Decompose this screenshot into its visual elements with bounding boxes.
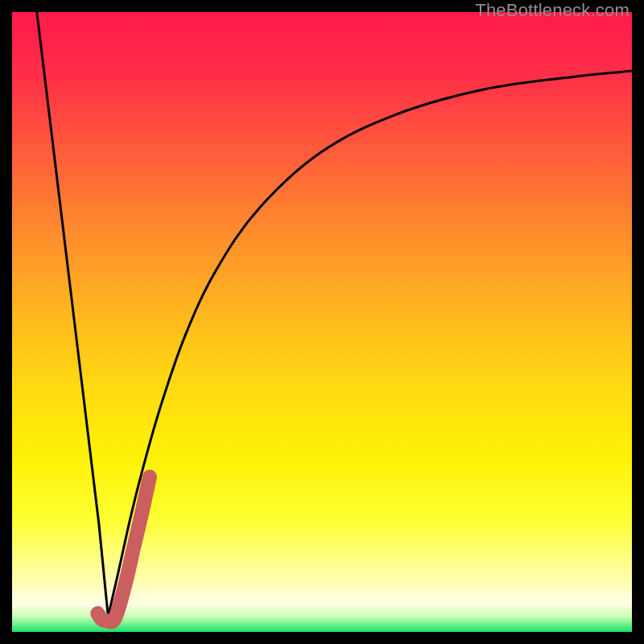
chart-frame	[12, 12, 632, 632]
bottleneck-chart	[12, 12, 632, 632]
watermark-text: TheBottleneck.com	[475, 0, 630, 21]
gradient-background	[12, 12, 632, 632]
